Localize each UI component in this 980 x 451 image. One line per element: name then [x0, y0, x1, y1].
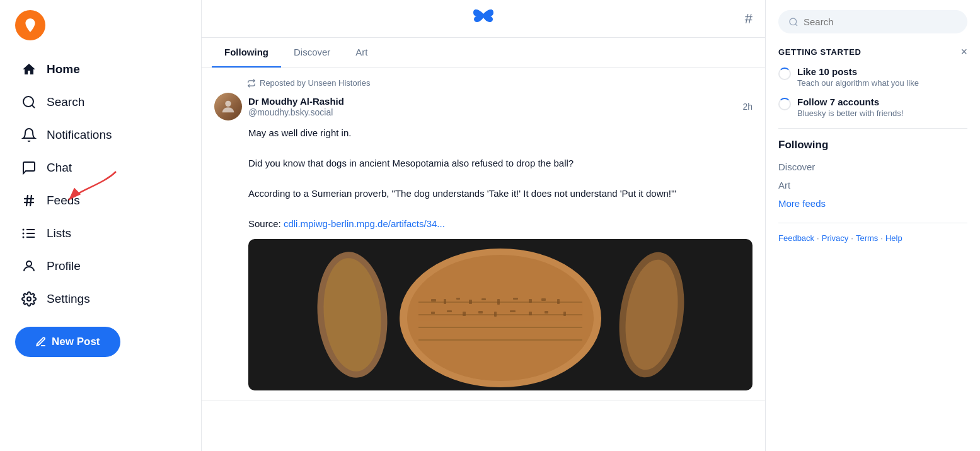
footer-links: Feedback · Privacy · Terms · Help — [778, 233, 967, 243]
sidebar-item-search[interactable]: Search — [15, 86, 186, 119]
sidebar-item-lists-label: Lists — [47, 226, 71, 240]
sidebar-item-notifications[interactable]: Notifications — [15, 119, 186, 151]
sidebar-item-home[interactable]: Home — [15, 53, 186, 86]
app-logo[interactable] — [15, 10, 45, 40]
right-sidebar: GETTING STARTED × Like 10 posts Teach ou… — [766, 0, 980, 451]
gs-spinner-follow — [778, 98, 791, 110]
gs-follow-desc: Bluesky is better with friends! — [797, 108, 903, 118]
svg-rect-31 — [497, 299, 500, 305]
feed-header: # — [202, 0, 765, 38]
gs-item-like: Like 10 posts Teach our algorithm what y… — [778, 66, 967, 88]
footer-link-terms[interactable]: Terms — [856, 233, 878, 243]
bluesky-butterfly — [473, 8, 493, 25]
svg-point-1 — [23, 97, 33, 107]
svg-point-12 — [23, 233, 25, 235]
sidebar-item-settings[interactable]: Settings — [15, 283, 186, 315]
svg-line-5 — [26, 195, 28, 206]
new-post-button[interactable]: New Post — [15, 327, 120, 357]
repost-label-text: Reposted by Unseen Histories — [260, 78, 371, 88]
svg-rect-43 — [545, 311, 548, 313]
following-link-art[interactable]: Art — [778, 176, 967, 194]
svg-rect-27 — [444, 299, 446, 304]
following-link-more-feeds[interactable]: More feeds — [778, 194, 967, 213]
following-section-title: Following — [778, 139, 967, 151]
svg-rect-40 — [494, 312, 497, 317]
close-getting-started-button[interactable]: × — [960, 46, 967, 57]
footer-sep-2: · — [851, 233, 853, 243]
post-text-line2: Did you know that dogs in ancient Mesopo… — [248, 156, 752, 171]
search-box — [778, 10, 967, 33]
chat-icon — [20, 159, 38, 177]
footer-link-help[interactable]: Help — [885, 233, 902, 243]
sidebar-item-chat[interactable]: Chat — [15, 151, 186, 184]
search-nav-icon — [20, 93, 38, 111]
following-section: Following Discover Art More feeds — [778, 139, 967, 213]
svg-point-13 — [23, 237, 25, 238]
svg-rect-37 — [447, 310, 452, 312]
svg-line-2 — [32, 105, 35, 108]
svg-rect-30 — [481, 298, 486, 300]
footer-link-feedback[interactable]: Feedback — [778, 233, 814, 243]
feed-content: Reposted by Unseen Histories Dr Moudhy A… — [202, 68, 765, 451]
svg-rect-26 — [431, 299, 436, 302]
tab-art[interactable]: Art — [343, 38, 380, 67]
sidebar-item-feeds-label: Feeds — [47, 194, 80, 208]
svg-point-15 — [27, 297, 31, 301]
post-text-line3: According to a Sumerian proverb, "The do… — [248, 186, 752, 201]
footer-sep-1: · — [817, 233, 819, 243]
gs-like-title: Like 10 posts — [797, 66, 919, 77]
svg-rect-32 — [513, 298, 518, 300]
tab-following[interactable]: Following — [212, 38, 281, 67]
footer-link-privacy[interactable]: Privacy — [822, 233, 849, 243]
following-link-discover[interactable]: Discover — [778, 158, 967, 176]
bell-icon — [20, 126, 38, 144]
cuneiform-tablet-image — [248, 239, 752, 390]
gs-item-follow: Follow 7 accounts Bluesky is better with… — [778, 97, 967, 118]
author-avatar[interactable] — [214, 93, 242, 120]
post-source-link[interactable]: cdli.mpiwg-berlin.mpg.de/artifacts/34... — [284, 218, 445, 229]
trending-hashtag-icon[interactable]: # — [745, 11, 752, 27]
svg-rect-44 — [563, 312, 566, 316]
getting-started-header: GETTING STARTED × — [778, 46, 967, 57]
svg-rect-33 — [529, 299, 532, 303]
gs-spinner-like — [778, 67, 791, 80]
feed-tabs: Following Discover Art — [202, 38, 765, 68]
svg-point-16 — [225, 101, 231, 107]
post-image[interactable] — [248, 239, 752, 390]
sidebar-item-notifications-label: Notifications — [47, 128, 112, 142]
home-icon — [20, 61, 38, 78]
tab-discover[interactable]: Discover — [281, 38, 343, 67]
getting-started-title: GETTING STARTED — [778, 47, 862, 57]
sidebar-item-profile[interactable]: Profile — [15, 250, 186, 283]
gs-follow-text: Follow 7 accounts Bluesky is better with… — [797, 97, 903, 118]
author-name[interactable]: Dr Moudhy Al-Rashid — [248, 96, 344, 107]
svg-line-6 — [30, 195, 32, 206]
divider-1 — [778, 128, 967, 129]
profile-icon — [20, 257, 38, 275]
svg-rect-36 — [431, 312, 435, 314]
post-text-line1: May as well dive right in. — [248, 126, 752, 141]
left-sidebar: Home Search Notifications Chat Feeds — [0, 0, 202, 451]
post-body: May as well dive right in. Did you know … — [248, 126, 752, 231]
search-input[interactable] — [804, 16, 957, 27]
svg-point-11 — [23, 229, 25, 231]
hash-icon — [20, 192, 38, 209]
svg-point-47 — [790, 18, 797, 25]
sidebar-item-feeds[interactable]: Feeds — [15, 184, 186, 217]
sidebar-item-lists[interactable]: Lists — [15, 217, 186, 250]
svg-rect-42 — [529, 312, 532, 315]
author-handle: @moudhy.bsky.social — [248, 107, 344, 117]
svg-line-48 — [795, 24, 797, 26]
svg-rect-38 — [463, 312, 466, 316]
svg-rect-29 — [469, 300, 472, 304]
post-item: Reposted by Unseen Histories Dr Moudhy A… — [202, 68, 765, 401]
search-icon — [788, 17, 798, 27]
footer-sep-3: · — [880, 233, 883, 243]
svg-rect-35 — [557, 299, 560, 304]
svg-point-14 — [26, 261, 32, 266]
svg-rect-28 — [456, 298, 460, 300]
gs-follow-title: Follow 7 accounts — [797, 97, 903, 107]
sidebar-item-profile-label: Profile — [47, 259, 81, 273]
edit-icon — [35, 336, 47, 348]
repost-label: Reposted by Unseen Histories — [247, 78, 752, 88]
